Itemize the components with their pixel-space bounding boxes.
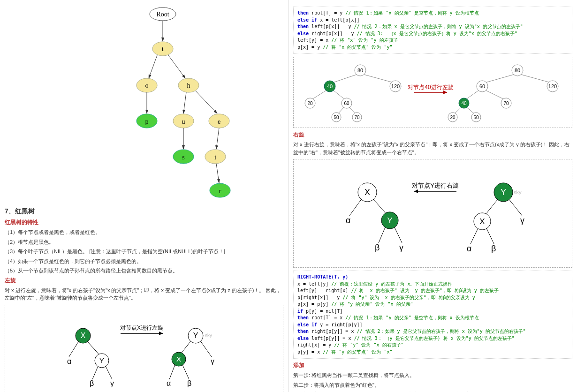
ex-a-70: 70 — [503, 101, 509, 106]
ex-a-20: 20 — [450, 115, 456, 120]
ex-a-80: 80 — [514, 68, 520, 73]
left-rotate-arrow-label: 对节点X进行左旋 — [120, 324, 163, 331]
svg-marker-20 — [159, 332, 163, 335]
svg-line-34 — [333, 75, 357, 83]
lr-after-gamma: γ — [211, 357, 214, 365]
svg-line-22 — [69, 342, 78, 357]
ex-b-70: 70 — [354, 115, 360, 120]
right-rotate-code: RIGHT-ROTATE(T, y) x = left[y] // 前提：这里假… — [293, 271, 572, 359]
right-rotate-diagram: 对节点Y进行右旋 Y sky γ X α β X α Y β γ — [293, 159, 572, 268]
svg-line-53 — [466, 90, 478, 99]
lr-before-y: Y — [99, 356, 104, 364]
rr-after-y: Y — [387, 216, 392, 225]
rb-prop-1: （1）每个节点或者是黑色，或者是红色。 — [5, 228, 283, 236]
rr-before-gamma: γ — [520, 216, 524, 225]
node-p: p — [145, 118, 149, 125]
rr-after-alpha: α — [346, 216, 350, 225]
lr-after-alpha: α — [167, 379, 171, 387]
svg-line-73 — [379, 227, 385, 243]
lr-after-beta: β — [187, 379, 191, 387]
node-e: e — [218, 118, 220, 125]
svg-line-70 — [349, 199, 362, 216]
svg-line-14 — [216, 128, 219, 149]
left-rotate-code-cont: then root[T] = y // 情况 1：如果 "x 的父亲" 是空节点… — [293, 7, 572, 54]
svg-line-68 — [486, 228, 494, 244]
node-o: o — [145, 82, 149, 89]
rr-arrow-label: 对节点Y进行右旋 — [412, 182, 459, 189]
svg-line-25 — [92, 366, 98, 379]
lr-before-x: X — [81, 332, 86, 339]
rb-prop-5: （5）从一个节点到该节点的子孙节点的所有路径上包含相同数目的黑节点。 — [5, 267, 283, 275]
insert-p1: 第一步: 将红黑树当作一颗二叉查找树，将节点插入。 — [293, 371, 572, 379]
node-root: Root — [156, 11, 169, 18]
watermark-2: sky — [514, 189, 522, 195]
svg-marker-62 — [414, 189, 418, 193]
rb-prop-4: （4）如果一个节点是红色的，则它的子节点必须是黑色的。 — [5, 257, 283, 265]
rr-after-x: X — [364, 188, 370, 197]
svg-line-35 — [364, 75, 393, 83]
rb-prop-2: （2）根节点是黑色。 — [5, 238, 283, 246]
ex-a-60: 60 — [479, 83, 485, 89]
svg-line-49 — [486, 75, 514, 83]
svg-line-39 — [334, 90, 345, 99]
ex-arrow-label: 对节点40进行左旋 — [408, 84, 453, 90]
insert-title: 添加 — [293, 362, 572, 369]
rr-before-y: Y — [500, 188, 506, 197]
ex-a-50: 50 — [473, 115, 479, 120]
ex-a-120: 120 — [548, 83, 556, 89]
trie-tree-diagram: Root t o h p u e s i r — [50, 6, 238, 203]
insert-p2: 第二步：将插入的节点着色为"红色"。 — [293, 381, 572, 389]
ex-b-120: 120 — [391, 83, 399, 89]
lr-after-y: Y — [193, 332, 198, 339]
rr-after-beta: β — [375, 243, 380, 252]
svg-marker-47 — [443, 90, 447, 94]
svg-line-64 — [485, 199, 498, 216]
svg-line-74 — [395, 227, 402, 243]
rr-before-alpha: α — [467, 244, 471, 253]
node-h: h — [187, 82, 190, 89]
right-rotate-para: 对 x 进行右旋，意味着，将"x 的左孩子"设为"x 的父亲节点"；即，将 x … — [293, 141, 572, 156]
rb-props-title: 红黑树的特性 — [5, 219, 283, 226]
ex-a-40: 40 — [461, 101, 467, 106]
rr-after-gamma: γ — [399, 243, 403, 252]
ex-b-50: 50 — [334, 115, 339, 120]
svg-line-8 — [183, 92, 186, 113]
lr-before-alpha: α — [67, 357, 71, 365]
node-t: t — [162, 45, 164, 53]
svg-line-26 — [106, 366, 112, 379]
svg-line-29 — [200, 341, 212, 357]
left-rotate-title: 左旋 — [5, 277, 283, 285]
svg-line-32 — [182, 365, 189, 379]
svg-line-3 — [149, 55, 157, 78]
right-rotate-title: 右旋 — [293, 131, 572, 139]
ex-b-60: 60 — [344, 101, 349, 106]
svg-line-65 — [509, 199, 522, 216]
lr-before-gamma: γ — [110, 379, 114, 387]
ex-b-40: 40 — [326, 83, 332, 89]
svg-line-28 — [181, 341, 191, 354]
watermark: sky — [205, 333, 212, 338]
svg-line-23 — [88, 342, 99, 355]
node-r: r — [219, 188, 221, 195]
svg-line-54 — [486, 90, 504, 99]
section-7-title: 7、红黑树 — [5, 207, 283, 216]
left-rotate-diagram: 对节点X进行左旋 X α Y β γ Y sky γ X α β — [5, 305, 283, 392]
svg-line-71 — [373, 199, 387, 215]
lr-after-x: X — [176, 355, 181, 363]
node-s: s — [182, 154, 184, 161]
svg-line-31 — [169, 365, 175, 379]
svg-line-67 — [471, 228, 478, 244]
svg-line-38 — [312, 90, 326, 99]
svg-line-9 — [196, 91, 217, 113]
svg-line-17 — [216, 164, 219, 183]
ex-b-20: 20 — [307, 101, 313, 106]
ex-b-80: 80 — [357, 68, 363, 73]
lr-before-beta: β — [90, 379, 94, 387]
right-column: then root[T] = y // 情况 1：如果 "x 的父亲" 是空节点… — [288, 0, 577, 392]
node-u: u — [182, 118, 185, 125]
node-i: i — [214, 154, 216, 161]
rr-before-x: X — [479, 217, 485, 226]
left-rotate-example-diagram: 80 40 120 20 60 50 70 对节点40进行左旋 80 60 12… — [293, 57, 572, 128]
left-column: Root t o h p u e s i r — [0, 0, 288, 392]
svg-line-50 — [521, 75, 550, 83]
